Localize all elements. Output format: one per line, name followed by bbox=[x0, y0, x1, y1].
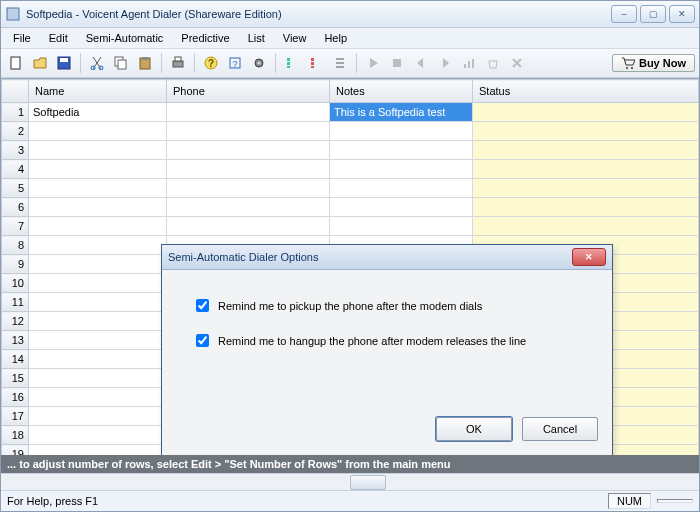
cell-status[interactable] bbox=[473, 122, 699, 141]
horizontal-scrollbar[interactable] bbox=[1, 473, 699, 490]
row-number[interactable]: 16 bbox=[2, 388, 29, 407]
gear-icon[interactable] bbox=[248, 52, 270, 74]
row-number[interactable]: 2 bbox=[2, 122, 29, 141]
minimize-button[interactable]: – bbox=[611, 5, 637, 23]
cell-status[interactable] bbox=[473, 179, 699, 198]
open-icon[interactable] bbox=[29, 52, 51, 74]
pickup-checkbox[interactable] bbox=[196, 299, 209, 312]
cell-phone[interactable] bbox=[167, 217, 330, 236]
cell-phone[interactable] bbox=[167, 103, 330, 122]
buy-now-button[interactable]: Buy Now bbox=[612, 54, 695, 72]
cell-phone[interactable] bbox=[167, 160, 330, 179]
table-row[interactable]: 3 bbox=[2, 141, 699, 160]
menu-list[interactable]: List bbox=[240, 30, 273, 46]
cell-name[interactable] bbox=[29, 198, 167, 217]
col-notes[interactable]: Notes bbox=[330, 80, 473, 103]
row-number[interactable]: 13 bbox=[2, 331, 29, 350]
cell-name[interactable] bbox=[29, 255, 167, 274]
col-name[interactable]: Name bbox=[29, 80, 167, 103]
cell-notes[interactable] bbox=[330, 122, 473, 141]
table-row[interactable]: 5 bbox=[2, 179, 699, 198]
cell-name[interactable] bbox=[29, 293, 167, 312]
cell-phone[interactable] bbox=[167, 179, 330, 198]
row-number[interactable]: 4 bbox=[2, 160, 29, 179]
row-number[interactable]: 7 bbox=[2, 217, 29, 236]
cell-status[interactable] bbox=[473, 217, 699, 236]
cell-name[interactable] bbox=[29, 236, 167, 255]
dialog-close-button[interactable]: ✕ bbox=[572, 248, 606, 266]
table-row[interactable]: 7 bbox=[2, 217, 699, 236]
row-number[interactable]: 1 bbox=[2, 103, 29, 122]
row-number[interactable]: 3 bbox=[2, 141, 29, 160]
cell-phone[interactable] bbox=[167, 122, 330, 141]
cell-name[interactable] bbox=[29, 350, 167, 369]
menu-edit[interactable]: Edit bbox=[41, 30, 76, 46]
row-number[interactable]: 5 bbox=[2, 179, 29, 198]
dialog-titlebar[interactable]: Semi-Automatic Dialer Options ✕ bbox=[162, 245, 612, 270]
cell-phone[interactable] bbox=[167, 198, 330, 217]
scrollbar-thumb[interactable] bbox=[350, 475, 386, 490]
cell-name[interactable] bbox=[29, 217, 167, 236]
cell-name[interactable] bbox=[29, 407, 167, 426]
new-icon[interactable] bbox=[5, 52, 27, 74]
table-row[interactable]: 6 bbox=[2, 198, 699, 217]
cell-notes[interactable] bbox=[330, 198, 473, 217]
list-plain-icon[interactable] bbox=[329, 52, 351, 74]
copy-icon[interactable] bbox=[110, 52, 132, 74]
menu-view[interactable]: View bbox=[275, 30, 315, 46]
menu-predictive[interactable]: Predictive bbox=[173, 30, 237, 46]
cell-notes[interactable] bbox=[330, 141, 473, 160]
cell-name[interactable] bbox=[29, 331, 167, 350]
save-icon[interactable] bbox=[53, 52, 75, 74]
cell-name[interactable] bbox=[29, 141, 167, 160]
row-number[interactable]: 19 bbox=[2, 445, 29, 456]
cell-name[interactable] bbox=[29, 179, 167, 198]
cut-icon[interactable] bbox=[86, 52, 108, 74]
play-icon[interactable] bbox=[362, 52, 384, 74]
row-number[interactable]: 17 bbox=[2, 407, 29, 426]
print-icon[interactable] bbox=[167, 52, 189, 74]
stop-icon[interactable] bbox=[386, 52, 408, 74]
cell-status[interactable] bbox=[473, 103, 699, 122]
cell-status[interactable] bbox=[473, 141, 699, 160]
paste-icon[interactable] bbox=[134, 52, 156, 74]
row-number[interactable]: 15 bbox=[2, 369, 29, 388]
cell-notes[interactable]: This is a Softpedia test bbox=[330, 103, 473, 122]
row-number[interactable]: 18 bbox=[2, 426, 29, 445]
cell-name[interactable] bbox=[29, 274, 167, 293]
prev-icon[interactable] bbox=[410, 52, 432, 74]
cell-name[interactable] bbox=[29, 388, 167, 407]
cell-name[interactable] bbox=[29, 369, 167, 388]
row-number[interactable]: 14 bbox=[2, 350, 29, 369]
cell-status[interactable] bbox=[473, 198, 699, 217]
hangup-checkbox[interactable] bbox=[196, 334, 209, 347]
x-icon[interactable] bbox=[506, 52, 528, 74]
option-hangup-row[interactable]: Remind me to hangup the phone after mode… bbox=[192, 331, 582, 350]
cell-name[interactable] bbox=[29, 445, 167, 456]
cell-name[interactable]: Softpedia bbox=[29, 103, 167, 122]
ok-button[interactable]: OK bbox=[436, 417, 512, 441]
next-icon[interactable] bbox=[434, 52, 456, 74]
list-red-icon[interactable] bbox=[305, 52, 327, 74]
option-pickup-row[interactable]: Remind me to pickup the phone after the … bbox=[192, 296, 582, 315]
row-number[interactable]: 8 bbox=[2, 236, 29, 255]
cell-name[interactable] bbox=[29, 160, 167, 179]
menu-semiautomatic[interactable]: Semi-Automatic bbox=[78, 30, 172, 46]
col-status[interactable]: Status bbox=[473, 80, 699, 103]
bag-icon[interactable] bbox=[482, 52, 504, 74]
cell-status[interactable] bbox=[473, 160, 699, 179]
table-row[interactable]: 1SoftpediaThis is a Softpedia test bbox=[2, 103, 699, 122]
cell-notes[interactable] bbox=[330, 217, 473, 236]
table-row[interactable]: 2 bbox=[2, 122, 699, 141]
maximize-button[interactable]: ▢ bbox=[640, 5, 666, 23]
corner-cell[interactable] bbox=[2, 80, 29, 103]
row-number[interactable]: 12 bbox=[2, 312, 29, 331]
cell-notes[interactable] bbox=[330, 160, 473, 179]
help-icon[interactable]: ? bbox=[224, 52, 246, 74]
table-row[interactable]: 4 bbox=[2, 160, 699, 179]
chart-icon[interactable] bbox=[458, 52, 480, 74]
about-icon[interactable]: ? bbox=[200, 52, 222, 74]
row-number[interactable]: 11 bbox=[2, 293, 29, 312]
cell-phone[interactable] bbox=[167, 141, 330, 160]
col-phone[interactable]: Phone bbox=[167, 80, 330, 103]
